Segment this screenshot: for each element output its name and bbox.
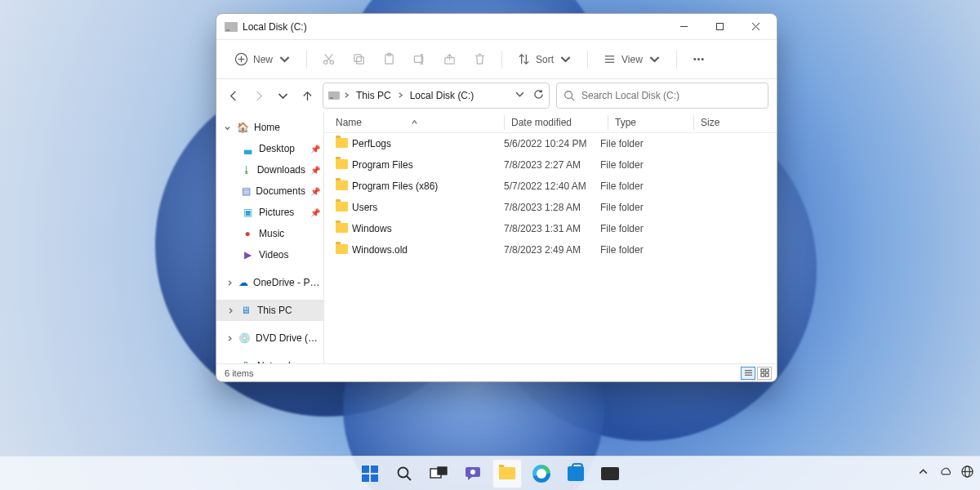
paste-icon bbox=[382, 52, 396, 66]
new-button[interactable]: New bbox=[228, 47, 298, 71]
chevron-down-icon bbox=[559, 52, 572, 66]
edge-button[interactable] bbox=[527, 459, 556, 488]
forward-button[interactable] bbox=[249, 83, 267, 108]
table-row[interactable]: Users7/8/2023 1:28 AMFile folder bbox=[324, 197, 777, 218]
file-date: 7/8/2023 2:49 AM bbox=[504, 244, 600, 256]
file-name: Windows.old bbox=[352, 244, 504, 256]
paste-button[interactable] bbox=[376, 47, 403, 71]
music-icon: ● bbox=[241, 227, 254, 240]
column-header-name[interactable]: Name bbox=[336, 117, 504, 128]
taskbar-search-button[interactable] bbox=[390, 459, 419, 488]
network-tray-icon[interactable] bbox=[961, 466, 973, 481]
table-row[interactable]: PerfLogs5/6/2022 10:24 PMFile folder bbox=[324, 133, 777, 154]
folder-icon bbox=[336, 244, 348, 254]
svg-point-40 bbox=[399, 467, 408, 477]
refresh-button[interactable] bbox=[533, 89, 544, 102]
chat-icon bbox=[464, 465, 482, 483]
sidebar-item-downloads[interactable]: ⭳Downloads📌 bbox=[216, 159, 323, 180]
file-date: 7/8/2023 2:27 AM bbox=[504, 159, 600, 171]
chevron-right-icon bbox=[397, 90, 404, 101]
file-name: PerfLogs bbox=[352, 138, 504, 149]
rename-button[interactable] bbox=[406, 47, 433, 71]
address-history-button[interactable] bbox=[514, 89, 525, 102]
more-button[interactable] bbox=[685, 47, 712, 71]
sidebar-item-videos[interactable]: ▶Videos bbox=[216, 244, 323, 265]
table-row[interactable]: Windows7/8/2023 1:31 AMFile folder bbox=[324, 218, 777, 239]
terminal-icon bbox=[601, 467, 619, 480]
cut-button[interactable] bbox=[315, 47, 342, 71]
table-row[interactable]: Program Files7/8/2023 2:27 AMFile folder bbox=[324, 154, 777, 176]
sort-asc-icon bbox=[411, 118, 418, 126]
task-view-button[interactable] bbox=[424, 459, 453, 488]
file-type: File folder bbox=[600, 138, 679, 149]
close-button[interactable] bbox=[737, 15, 773, 39]
chevron-down-icon bbox=[278, 52, 292, 66]
sidebar-item-thispc[interactable]: 🖥This PC bbox=[216, 300, 323, 321]
sidebar-item-pictures[interactable]: ▣Pictures📌 bbox=[216, 202, 323, 223]
svg-point-29 bbox=[702, 59, 703, 60]
sidebar-item-dvd[interactable]: 💿DVD Drive (D:) CCCOMA_X64FRE bbox=[216, 327, 323, 349]
copy-button[interactable] bbox=[345, 47, 372, 71]
file-type: File folder bbox=[600, 202, 679, 213]
home-icon: 🏠 bbox=[236, 121, 249, 134]
folder-icon bbox=[336, 202, 348, 212]
recent-button[interactable] bbox=[274, 83, 292, 108]
svg-rect-1 bbox=[716, 24, 723, 30]
plus-circle-icon bbox=[234, 52, 248, 66]
drive-icon bbox=[328, 91, 340, 100]
file-date: 7/8/2023 1:31 AM bbox=[504, 223, 600, 234]
cut-icon bbox=[322, 52, 336, 66]
nav-row: This PC Local Disk (C:) bbox=[216, 79, 777, 112]
maximize-button[interactable] bbox=[702, 15, 737, 39]
sidebar-item-desktop[interactable]: ▃Desktop📌 bbox=[216, 138, 323, 159]
folder-icon bbox=[336, 180, 348, 190]
file-explorer-taskbar-button[interactable] bbox=[492, 459, 522, 488]
delete-button[interactable] bbox=[466, 47, 493, 71]
svg-rect-12 bbox=[357, 57, 364, 65]
pc-icon: 🖥 bbox=[239, 304, 252, 317]
sidebar-item-onedrive[interactable]: ☁OneDrive - Personal bbox=[216, 272, 323, 293]
share-button[interactable] bbox=[436, 47, 463, 71]
file-type: File folder bbox=[600, 159, 679, 171]
details-view-button[interactable] bbox=[741, 367, 755, 380]
start-button[interactable] bbox=[355, 459, 385, 488]
up-button[interactable] bbox=[298, 83, 316, 108]
search-input[interactable] bbox=[581, 90, 761, 101]
table-row[interactable]: Windows.old7/8/2023 2:49 AMFile folder bbox=[324, 239, 777, 261]
sidebar-item-network[interactable]: 🖧Network bbox=[216, 355, 323, 363]
crumb-current[interactable]: Local Disk (C:) bbox=[408, 88, 477, 103]
sidebar-item-music[interactable]: ●Music bbox=[216, 223, 323, 244]
crumb-thispc[interactable]: This PC bbox=[354, 88, 394, 103]
pin-icon: 📌 bbox=[310, 208, 320, 217]
desktop: Local Disk (C:) New bbox=[0, 0, 980, 490]
copy-icon bbox=[352, 52, 366, 66]
search-icon bbox=[396, 466, 412, 482]
disc-icon: 💿 bbox=[238, 332, 251, 345]
tray-overflow-button[interactable] bbox=[917, 466, 929, 481]
svg-point-27 bbox=[694, 59, 696, 60]
minimize-button[interactable] bbox=[666, 15, 702, 39]
store-button[interactable] bbox=[561, 459, 590, 488]
svg-point-31 bbox=[565, 91, 572, 99]
column-header-date[interactable]: Date modified bbox=[511, 117, 608, 128]
sidebar-item-home[interactable]: 🏠 Home bbox=[216, 117, 323, 138]
search-box[interactable] bbox=[556, 82, 768, 109]
view-button[interactable]: View bbox=[596, 47, 668, 71]
thumbnails-view-button[interactable] bbox=[757, 367, 772, 380]
back-button[interactable] bbox=[225, 83, 243, 108]
address-bar[interactable]: This PC Local Disk (C:) bbox=[323, 82, 550, 109]
sidebar-item-documents[interactable]: ▤Documents📌 bbox=[216, 180, 323, 202]
command-bar: New Sort View bbox=[216, 40, 777, 79]
pin-icon: 📌 bbox=[310, 187, 320, 196]
file-explorer-window: Local Disk (C:) New bbox=[216, 13, 777, 382]
onedrive-tray-icon[interactable] bbox=[939, 466, 951, 481]
column-header-size[interactable]: Size bbox=[701, 117, 777, 128]
svg-rect-11 bbox=[354, 55, 362, 62]
column-header-type[interactable]: Type bbox=[615, 117, 693, 128]
table-row[interactable]: Program Files (x86)5/7/2022 12:40 AMFile… bbox=[324, 176, 777, 197]
titlebar[interactable]: Local Disk (C:) bbox=[216, 14, 777, 40]
terminal-button[interactable] bbox=[595, 459, 625, 488]
sort-button[interactable]: Sort bbox=[510, 47, 579, 71]
chat-button[interactable] bbox=[458, 459, 488, 488]
new-label: New bbox=[253, 54, 273, 65]
